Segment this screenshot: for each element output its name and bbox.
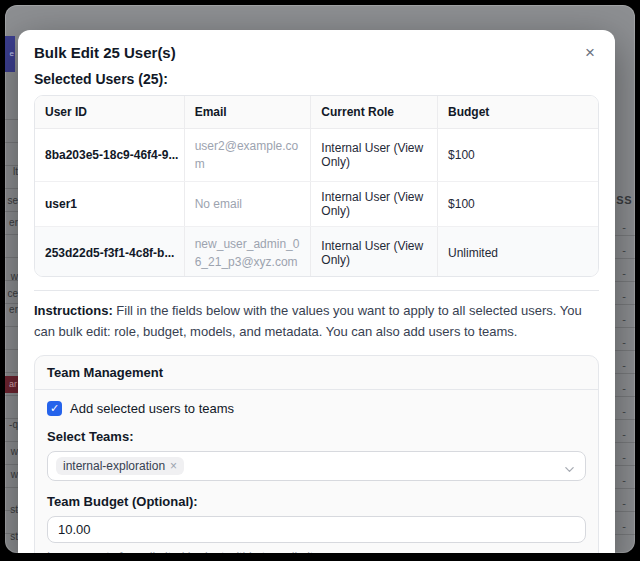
teams-multiselect[interactable]: internal-exploration ×	[47, 451, 586, 481]
team-budget-label: Team Budget (Optional):	[47, 494, 586, 509]
backdrop-text-fragment: st	[5, 504, 18, 516]
role-cell: Internal User (View Only)	[311, 129, 438, 182]
backdrop-text-fragment: se	[5, 195, 18, 207]
column-header-budget: Budget	[438, 96, 598, 129]
user-id-cell: 253d22d5-f3f1-4c8f-b...	[35, 227, 184, 278]
backdrop-text-fragment: ce	[5, 288, 18, 300]
budget-cell: $100	[438, 182, 598, 227]
table-row: 253d22d5-f3f1-4c8f-b... new_user_admin_0…	[35, 227, 598, 278]
email-cell: new_user_admin_06_21_p3@xyz.com	[184, 227, 311, 278]
select-teams-label: Select Teams:	[47, 429, 586, 444]
checkbox-checked-icon[interactable]: ✓	[47, 401, 62, 416]
backdrop-text-fragment: er	[5, 217, 18, 229]
budget-cell: Unlimited	[438, 227, 598, 278]
backdrop-text-fragment: w	[5, 271, 18, 283]
backdrop-text-fragment: er	[5, 304, 18, 316]
role-cell: Internal User (View Only)	[311, 182, 438, 227]
backdrop-text-fragment: w	[5, 446, 18, 458]
backdrop-blue-element: e	[5, 36, 15, 72]
close-icon[interactable]: ×	[581, 42, 599, 63]
user-id-cell: 8ba203e5-18c9-46f4-9...	[35, 129, 184, 182]
user-id-cell: user1	[35, 182, 184, 227]
instructions-text: Instructions: Fill in the fields below w…	[34, 301, 599, 343]
email-cell: No email	[184, 182, 311, 227]
backdrop-text-fragment: lt	[5, 166, 18, 178]
team-management-title: Team Management	[35, 356, 598, 390]
budget-helper-text: Leave empty for unlimited budget within …	[47, 550, 586, 553]
backdrop-column-header-fragment: SS	[616, 194, 632, 206]
remove-tag-icon[interactable]: ×	[170, 459, 177, 473]
backdrop-cell-dashes: - - - - - - - - - - - - - -	[622, 216, 626, 538]
checkbox-label: Add selected users to teams	[70, 401, 234, 416]
email-cell: user2@example.com	[184, 129, 311, 182]
backdrop-text-fragment: -q	[5, 419, 18, 431]
instructions-label: Instructions:	[34, 303, 113, 318]
role-cell: Internal User (View Only)	[311, 227, 438, 278]
column-header-user-id: User ID	[35, 96, 184, 129]
table-header-row: User ID Email Current Role Budget	[35, 96, 598, 129]
selected-users-label: Selected Users (25):	[34, 71, 599, 87]
chevron-down-icon	[564, 461, 575, 479]
team-tag-label: internal-exploration	[63, 459, 165, 473]
modal-title: Bulk Edit 25 User(s)	[34, 42, 176, 61]
table-row: 8ba203e5-18c9-46f4-9... user2@example.co…	[35, 129, 598, 182]
team-management-section: Team Management ✓ Add selected users to …	[34, 355, 599, 553]
table-row: user1 No email Internal User (View Only)…	[35, 182, 598, 227]
column-header-email: Email	[184, 96, 311, 129]
selected-team-tag: internal-exploration ×	[56, 457, 184, 475]
section-divider	[34, 290, 599, 291]
backdrop-text-fragment: w	[5, 469, 18, 481]
modal-header: Bulk Edit 25 User(s) ×	[34, 42, 599, 63]
bulk-edit-modal: Bulk Edit 25 User(s) × Selected Users (2…	[18, 30, 615, 553]
budget-cell: $100	[438, 129, 598, 182]
column-header-current-role: Current Role	[311, 96, 438, 129]
app-window: e ar lt se er w ce er -q w w st st SS - …	[5, 5, 635, 553]
selected-users-table[interactable]: User ID Email Current Role Budget 8ba203…	[34, 95, 599, 277]
backdrop-text-fragment: st	[5, 531, 18, 543]
add-users-to-teams-checkbox-row[interactable]: ✓ Add selected users to teams	[47, 401, 586, 416]
backdrop-red-badge: ar	[5, 376, 18, 393]
team-budget-input[interactable]	[47, 516, 586, 543]
